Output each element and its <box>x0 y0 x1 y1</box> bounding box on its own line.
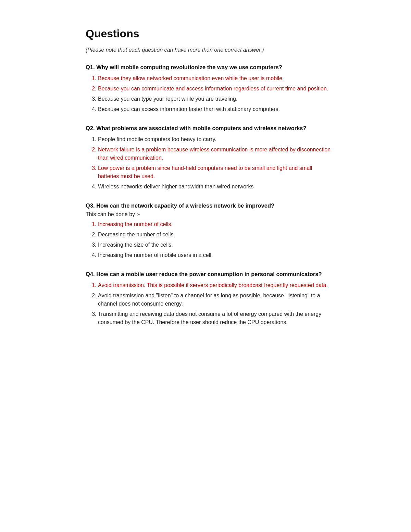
page-container: Questions (Please note that each questio… <box>58 0 353 365</box>
questions-container: Q1. Why will mobile computing revolution… <box>86 63 332 326</box>
answer-list-q3: Increasing the number of cells.Decreasin… <box>98 220 332 259</box>
answer-item-q4-2: Avoid transmission and "listen" to a cha… <box>98 292 332 308</box>
question-title-q1: Q1. Why will mobile computing revolution… <box>86 63 332 72</box>
question-block-q3: Q3. How can the network capacity of a wi… <box>86 202 332 259</box>
answer-item-q3-3: Increasing the size of the cells. <box>98 241 332 249</box>
answer-list-q4: Avoid transmission. This is possible if … <box>98 281 332 326</box>
answer-item-q2-3: Low power is a problem since hand-held c… <box>98 164 332 181</box>
answer-list-q1: Because they allow networked communicati… <box>98 74 332 113</box>
question-title-q2: Q2. What problems are associated with mo… <box>86 124 332 133</box>
answer-item-q3-1: Increasing the number of cells. <box>98 220 332 228</box>
question-title-q3: Q3. How can the network capacity of a wi… <box>86 202 332 210</box>
question-block-q1: Q1. Why will mobile computing revolution… <box>86 63 332 113</box>
answer-item-q1-2: Because you can communicate and access i… <box>98 85 332 93</box>
page-title: Questions <box>86 27 332 40</box>
answer-item-q4-1: Avoid transmission. This is possible if … <box>98 281 332 289</box>
answer-item-q1-1: Because they allow networked communicati… <box>98 74 332 83</box>
question-block-q4: Q4. How can a mobile user reduce the pow… <box>86 270 332 326</box>
question-intro-q3: This can be done by :- <box>86 211 332 218</box>
answer-item-q4-3: Transmitting and receiving data does not… <box>98 310 332 326</box>
answer-item-q1-3: Because you can type your report while y… <box>98 95 332 103</box>
answer-item-q2-2: Network failure is a problem because wir… <box>98 146 332 162</box>
answer-item-q2-1: People find mobile computers too heavy t… <box>98 135 332 144</box>
answer-item-q3-4: Increasing the number of mobile users in… <box>98 251 332 259</box>
answer-item-q2-4: Wireless networks deliver higher bandwid… <box>98 183 332 191</box>
answer-list-q2: People find mobile computers too heavy t… <box>98 135 332 191</box>
question-title-q4: Q4. How can a mobile user reduce the pow… <box>86 270 332 279</box>
question-block-q2: Q2. What problems are associated with mo… <box>86 124 332 191</box>
answer-item-q3-2: Decreasing the number of cells. <box>98 231 332 239</box>
subtitle: (Please note that each question can have… <box>86 47 332 53</box>
answer-item-q1-4: Because you can access information faste… <box>98 105 332 113</box>
